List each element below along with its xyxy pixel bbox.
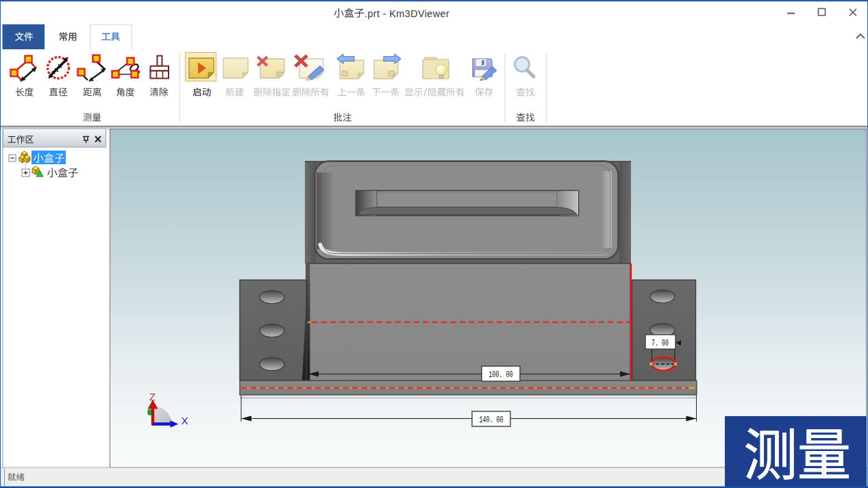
svg-text:7. 00: 7. 00 <box>652 338 669 348</box>
svg-text:140. 00: 140. 00 <box>480 415 504 425</box>
svg-text:100. 00: 100. 00 <box>489 370 513 380</box>
svg-text:.prt - Km3DViewer: .prt - Km3DViewer <box>364 8 449 19</box>
svg-text:X: X <box>182 415 188 426</box>
svg-text:Z: Z <box>149 391 156 402</box>
